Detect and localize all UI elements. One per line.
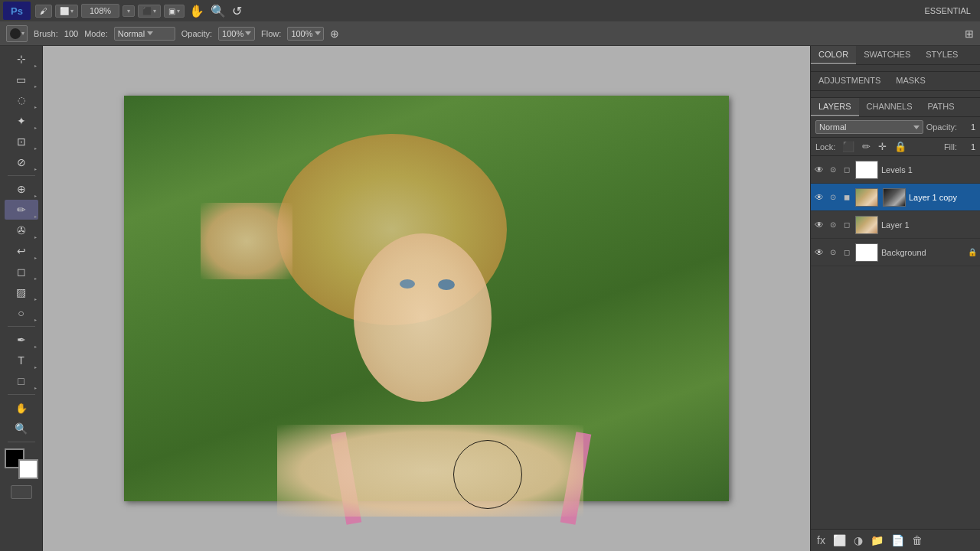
fg-bg-colors[interactable] [5,448,38,479]
tab-styles[interactable]: STYLES [918,46,965,64]
wand-tool-btn[interactable]: ✦ ▸ [5,111,38,131]
opacity-input[interactable]: 100% [218,27,255,41]
arrange-icon: ⬛ [142,7,152,15]
gradient-tool-btn[interactable]: ▨ ▸ [5,282,38,302]
zoom-chevron-btn[interactable]: ▾ [122,5,135,17]
tab-layers[interactable]: LAYERS [811,98,859,116]
layer-type-layer1: ⊙ [828,220,838,230]
brush-size-value: 100 [64,29,78,38]
dodge-arrow-icon: ▸ [34,317,37,322]
hand-icon: ✋ [15,403,28,414]
lock-transparent-btn[interactable]: ⬛ [840,140,857,153]
lock-image-btn[interactable]: ✏ [860,140,873,153]
layer-item-background[interactable]: 👁 ⊙ ◻ Background 🔒 [811,239,980,266]
tab-adjustments[interactable]: ADJUSTMENTS [811,72,888,90]
adjustments-panel-section: ADJUSTMENTS MASKS [811,72,980,98]
airbrush-icon[interactable]: ⊕ [330,28,339,40]
background-color[interactable] [18,459,38,479]
flow-input[interactable]: 100% [287,27,324,41]
layer-group-btn[interactable]: 📁 [869,533,885,548]
zoom-tool-btn[interactable]: 🔍 [5,419,38,439]
healing-tool-btn[interactable]: ⊕ ▸ [5,179,38,199]
screen-mode-btn[interactable]: ⬜ ▾ [55,5,78,18]
layer-item-levels1[interactable]: 👁 ⊙ ◻ Levels 1 [811,156,980,184]
layer-type-levels1: ⊙ [828,165,838,175]
canvas-image[interactable] [124,96,729,501]
brush-icon: 🖌 [40,7,47,15]
pen-tool-btn[interactable]: ✒ ▸ [5,330,38,350]
layer-type-background: ⊙ [828,247,838,258]
color-panel-tabs: COLOR SWATCHES STYLES [811,46,980,65]
layer-fx-btn[interactable]: fx [815,533,827,548]
shape-arrow-icon: ▸ [34,385,37,390]
hand-tool-icon[interactable]: ✋ [189,4,204,18]
main-layout: ⊹ ▸ ▭ ▸ ◌ ▸ ✦ ▸ ⊡ ▸ ⊘ ▸ ⊕ ▸ [0,46,980,551]
layer-adjustment-btn[interactable]: ◑ [852,533,864,548]
text-icon: T [18,354,24,367]
tab-masks[interactable]: MASKS [888,72,933,90]
hand-tool-btn[interactable]: ✋ [5,398,38,418]
zoom-tool-icon[interactable]: 🔍 [211,4,226,18]
blend-mode-dropdown[interactable]: Normal [815,120,923,134]
text-tool-btn[interactable]: T ▸ [5,350,38,370]
rotate-tool-icon[interactable]: ↺ [232,4,242,18]
fill-value[interactable]: 1 [960,142,975,152]
canvas-container [124,96,729,501]
history-brush-icon: ↩ [17,245,26,257]
crop-icon: ⊡ [17,135,26,148]
tab-color[interactable]: COLOR [811,46,856,64]
mode-arrow-icon [147,31,153,35]
opacity-row-value[interactable]: 1 [960,122,975,132]
tab-paths[interactable]: PATHS [920,98,962,116]
frames-btn[interactable]: ▣ ▾ [164,5,185,18]
brush-preview[interactable]: ▾ [6,25,28,42]
marquee-icon: ▭ [16,73,26,86]
pen-icon: ✒ [17,334,26,346]
arrange-btn[interactable]: ⬛ ▾ [138,5,161,18]
layer-visibility-background[interactable]: 👁 [814,247,825,258]
eraser-tool-btn[interactable]: ◻ ▸ [5,262,38,282]
clone-tool-btn[interactable]: ✇ ▸ [5,220,38,240]
options-panel-icon[interactable]: ⊞ [965,28,974,40]
brush-tool-btn-sidebar[interactable]: ✏ ▸ [5,200,38,220]
quick-mask-btn[interactable] [5,483,38,501]
eyedropper-tool-btn[interactable]: ⊘ ▸ [5,152,38,172]
toolbar-separator-3 [8,394,35,395]
marquee-tool-btn[interactable]: ▭ ▸ [5,70,38,90]
mode-value: Normal [118,29,145,38]
layer-visibility-layer1copy[interactable]: 👁 [814,192,825,203]
shape-tool-btn[interactable]: □ ▸ [5,371,38,391]
dodge-tool-btn[interactable]: ○ ▸ [5,303,38,323]
layer-thumb-levels1 [855,161,878,179]
history-brush-btn[interactable]: ↩ ▸ [5,241,38,261]
lock-all-btn[interactable]: 🔒 [892,140,909,153]
layer-mask-layer1copy: ◼ [841,192,852,203]
lock-position-btn[interactable]: ✛ [876,140,889,153]
tab-swatches[interactable]: SWATCHES [856,46,918,64]
layer-new-btn[interactable]: 📄 [890,533,906,548]
gradient-arrow-icon: ▸ [34,296,37,302]
brush-tool-btn[interactable]: 🖌 [35,5,52,18]
layer-thumb-background [855,243,878,262]
layer-delete-btn[interactable]: 🗑 [910,533,924,548]
zoom-down-icon: ▾ [127,8,130,15]
chest-area [277,425,583,517]
tab-channels[interactable]: CHANNELS [859,98,920,116]
eraser-icon: ◻ [17,266,26,278]
lasso-tool-btn[interactable]: ◌ ▸ [5,90,38,110]
brush-dropdown-icon: ▾ [21,30,24,37]
layer-mask-btn[interactable]: ⬜ [831,533,848,548]
layer-item-layer1copy[interactable]: 👁 ⊙ ◼ Layer 1 copy [811,184,980,211]
right-panel: COLOR SWATCHES STYLES ADJUSTMENTS MASKS … [810,46,980,551]
brush-circle-icon [10,28,21,39]
blend-mode-arrow-icon [913,126,920,129]
move-arrow-icon: ▸ [34,63,37,68]
top-menu-bar: Ps 🖌 ⬜ ▾ 108% ▾ ⬛ ▾ ▣ ▾ ✋ 🔍 ↺ ESSENTIAL [0,0,980,21]
layer-visibility-layer1[interactable]: 👁 [814,220,825,230]
move-tool-btn[interactable]: ⊹ ▸ [5,49,38,69]
crop-tool-btn[interactable]: ⊡ ▸ [5,132,38,152]
mode-dropdown[interactable]: Normal [114,27,175,41]
layer-item-layer1[interactable]: 👁 ⊙ ◻ Layer 1 [811,211,980,239]
pen-arrow-icon: ▸ [34,344,37,349]
layer-visibility-levels1[interactable]: 👁 [814,165,825,175]
